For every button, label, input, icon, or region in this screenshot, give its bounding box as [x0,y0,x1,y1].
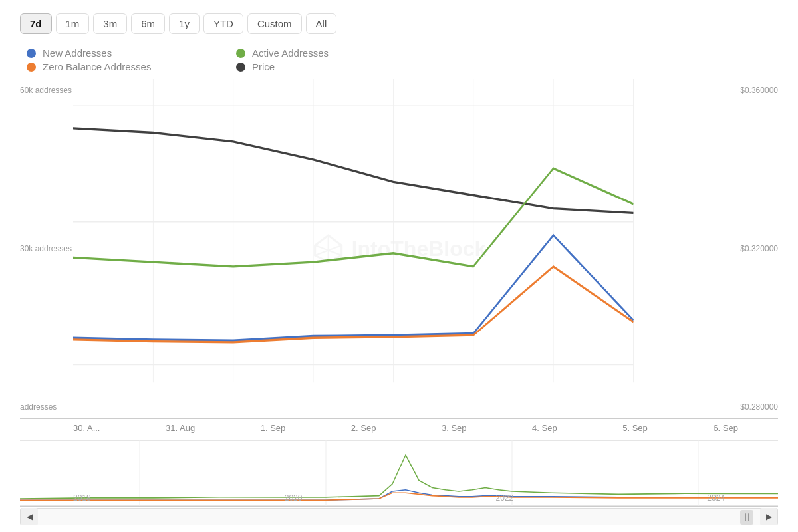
chart-svg [20,79,778,418]
x-label-1: 31. Aug [166,423,195,433]
overview-chart[interactable]: 2018 2020 2022 2024 [20,440,778,507]
year-2018: 2018 [73,493,91,503]
scroll-left-button[interactable]: ◀ [21,508,38,525]
legend-label-price: Price [252,61,275,72]
legend-label-zero-balance: Zero Balance Addresses [43,61,151,72]
scroll-track[interactable] [38,509,760,525]
year-2022: 2022 [496,493,514,503]
btn-6m[interactable]: 6m [131,13,165,34]
scroll-handle[interactable] [740,510,753,525]
btn-3m[interactable]: 3m [93,13,127,34]
scroll-right-button[interactable]: ▶ [760,508,777,525]
chart-legend: New Addresses Active Addresses Zero Bala… [20,47,419,72]
legend-label-active-addresses: Active Addresses [252,47,329,59]
legend-price[interactable]: Price [236,61,419,72]
legend-label-new-addresses: New Addresses [43,47,112,59]
scroll-handle-grip [745,513,749,521]
scrollbar[interactable]: ◀ ▶ [20,508,778,525]
btn-1m[interactable]: 1m [56,13,90,34]
overview-years: 2018 2020 2022 2024 [20,493,778,503]
btn-ytd[interactable]: YTD [203,13,243,34]
legend-dot-new-addresses [27,49,36,58]
x-label-3: 2. Sep [351,423,376,433]
x-axis: 30. A... 31. Aug 1. Sep 2. Sep 3. Sep 4.… [20,419,778,437]
x-label-6: 5. Sep [622,423,648,433]
x-label-0: 30. A... [73,423,100,433]
x-label-7: 6. Sep [713,423,738,433]
x-label-2: 1. Sep [261,423,286,433]
x-label-4: 3. Sep [442,423,467,433]
year-2024: 2024 [707,493,725,503]
btn-1y[interactable]: 1y [169,13,200,34]
btn-7d[interactable]: 7d [20,13,52,34]
legend-new-addresses[interactable]: New Addresses [27,47,209,59]
legend-dot-price [236,63,245,72]
year-2020: 2020 [285,493,303,503]
legend-active-addresses[interactable]: Active Addresses [236,47,419,59]
btn-all[interactable]: All [306,13,337,34]
btn-custom[interactable]: Custom [247,13,302,34]
main-chart[interactable]: 60k addresses 30k addresses addresses $0… [20,79,778,419]
x-label-5: 4. Sep [532,423,557,433]
legend-dot-zero-balance [27,63,36,72]
chart-area: 60k addresses 30k addresses addresses $0… [20,79,778,525]
grip-line-1 [745,513,746,521]
time-range-selector: 7d 1m 3m 6m 1y YTD Custom All [20,13,778,34]
grip-line-2 [748,513,749,521]
legend-zero-balance[interactable]: Zero Balance Addresses [27,61,209,72]
legend-dot-active-addresses [236,49,245,58]
